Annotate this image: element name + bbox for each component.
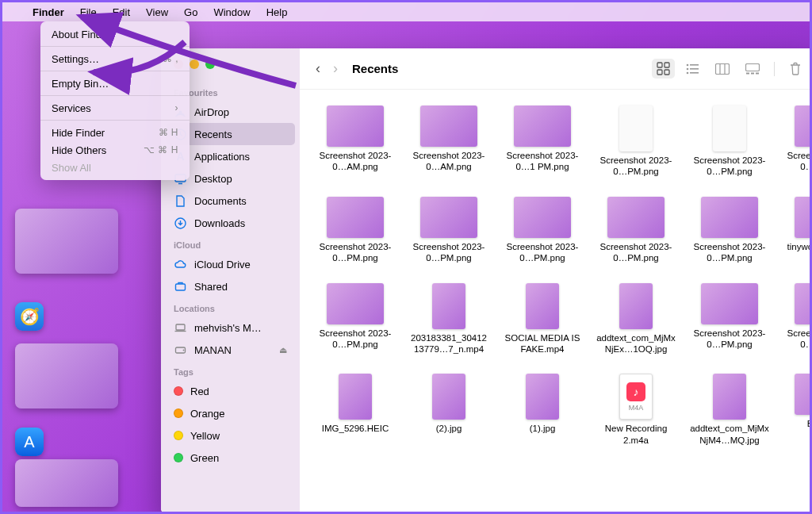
- laptop-icon: [174, 321, 187, 335]
- desktop-thumb[interactable]: [15, 459, 118, 507]
- file-name: tinywow_94_31…: [787, 241, 812, 252]
- sidebar-item-icloud-drive[interactable]: iCloud Drive: [166, 253, 295, 275]
- file-item[interactable]: tinywow_94_31…: [783, 197, 812, 264]
- file-item[interactable]: Screenshot 2023-0…1 PM.png: [503, 105, 582, 178]
- menu-app-name[interactable]: Finder: [25, 2, 72, 21]
- tag-dot-icon: [174, 431, 183, 440]
- minimize-button[interactable]: [190, 59, 199, 69]
- view-gallery-button[interactable]: [741, 60, 764, 78]
- nav-back-button[interactable]: ‹: [312, 60, 324, 77]
- file-name: Screenshot 2023-0…PM.png: [316, 328, 395, 351]
- file-item[interactable]: Screenshot 2023-0…PM.png: [316, 283, 395, 355]
- file-item[interactable]: Screenshot 2023-0…PM.png: [596, 105, 676, 178]
- file-item[interactable]: Screenshot 2023-0…PM.png: [783, 105, 812, 178]
- menu-empty-bin[interactable]: Empty Bin…: [40, 75, 190, 92]
- sidebar-item-label: mehvish's M…: [194, 322, 262, 334]
- file-item[interactable]: Screenshot 2023-0…AM.png: [409, 105, 488, 178]
- menu-go[interactable]: Go: [176, 2, 205, 21]
- file-name: Screenshot 2023-0…PM.png: [783, 328, 812, 351]
- desktop-thumb[interactable]: [15, 209, 118, 274]
- menu-hide-others[interactable]: Hide Others⌥ ⌘ H: [40, 141, 190, 159]
- fullscreen-button[interactable]: [205, 59, 215, 69]
- tag-dot-icon: [174, 453, 183, 462]
- file-thumbnail: [619, 105, 653, 152]
- sidebar-item-label: Red: [190, 386, 209, 397]
- finder-window: Favourites AirDropRecentsAApplicationsDe…: [161, 48, 812, 514]
- file-name: addtext_com_MjMxNjM4…MQ.jpg: [690, 423, 769, 446]
- file-item[interactable]: Screenshot 2023-0…AM.png: [316, 105, 395, 178]
- file-item[interactable]: Screenshot 2023-0…PM.png: [503, 197, 582, 264]
- nav-forward-button: ›: [330, 60, 341, 77]
- sidebar-item-manan[interactable]: MANAN⏏: [166, 339, 295, 361]
- menu-help[interactable]: Help: [259, 2, 296, 21]
- dock-appstore-icon[interactable]: A: [15, 428, 44, 456]
- eject-icon[interactable]: ⏏: [279, 345, 287, 355]
- sidebar-item-label: Downloads: [194, 217, 245, 229]
- file-grid[interactable]: Screenshot 2023-0…AM.pngScreenshot 2023-…: [300, 90, 812, 514]
- sidebar-item-mehvish-s-m-[interactable]: mehvish's M…: [166, 316, 295, 339]
- menu-show-all: Show All: [40, 159, 190, 176]
- desktop-thumb[interactable]: [15, 343, 118, 409]
- file-name: Screenshot 2023-0…PM.png: [409, 241, 488, 264]
- sidebar-tag-green[interactable]: Green: [166, 447, 295, 469]
- file-item[interactable]: SOCIAL MEDIA IS FAKE.mp4: [503, 283, 582, 355]
- svg-rect-18: [690, 72, 699, 74]
- file-item[interactable]: Screenshot 2023-0…PM.png: [783, 283, 812, 355]
- sidebar-tag-orange[interactable]: Orange: [166, 402, 295, 424]
- sidebar-tag-red[interactable]: Red: [166, 380, 295, 402]
- file-item[interactable]: Screenshot 2023-0…PM.png: [596, 197, 676, 264]
- sidebar-item-label: Desktop: [194, 173, 232, 185]
- menu-file[interactable]: File: [72, 2, 105, 21]
- trash-button[interactable]: [784, 59, 806, 79]
- file-thumbnail: [795, 105, 812, 147]
- file-item[interactable]: addtext_com_MjMxNjM4…MQ.jpg: [690, 374, 769, 446]
- file-item[interactable]: ♪M4ANew Recording 2.m4a: [596, 374, 676, 446]
- file-name: (2).jpg: [436, 423, 462, 434]
- file-item[interactable]: (1).jpg: [503, 374, 582, 446]
- view-icons-button[interactable]: [652, 59, 675, 79]
- menu-view[interactable]: View: [138, 2, 176, 21]
- file-name: New Recording 2.m4a: [596, 423, 676, 446]
- file-item[interactable]: Screenshot 2023-0…PM.png: [409, 197, 488, 264]
- view-list-button[interactable]: [681, 60, 704, 78]
- file-item[interactable]: Screenshot 2023-0…PM.png: [690, 283, 769, 355]
- disk-icon: [174, 343, 187, 357]
- file-item[interactable]: Screenshot 2023-0…PM.png: [690, 197, 769, 264]
- chevron-right-icon: ›: [175, 102, 179, 113]
- menu-services[interactable]: Services›: [40, 99, 190, 117]
- view-columns-button[interactable]: [710, 60, 734, 78]
- file-name: SOCIAL MEDIA IS FAKE.mp4: [503, 332, 582, 355]
- sidebar-tag-yellow[interactable]: Yellow: [166, 424, 295, 447]
- file-item[interactable]: addtext_com_MjMxNjEx…1OQ.jpg: [596, 283, 676, 355]
- menu-edit[interactable]: Edit: [105, 2, 138, 21]
- menu-settings[interactable]: Settings…⌘ ,: [40, 50, 190, 67]
- dock-safari-icon[interactable]: 🧭: [15, 302, 44, 331]
- sidebar-item-shared[interactable]: Shared: [166, 275, 295, 297]
- file-thumbnail: [607, 197, 665, 238]
- menu-bar: Finder File Edit View Go Window Help: [2, 2, 810, 21]
- menu-hide-finder[interactable]: Hide Finder⌘ H: [40, 124, 190, 141]
- file-item[interactable]: 203183381_3041213779…7_n.mp4: [409, 283, 488, 355]
- file-name: Screenshot 2023-0…PM.png: [596, 241, 676, 264]
- sidebar-head-locations: Locations: [166, 297, 300, 316]
- file-thumbnail: [526, 283, 559, 329]
- file-thumbnail: ♪M4A: [619, 374, 653, 420]
- tag-dot-icon: [174, 409, 183, 418]
- file-name: Screenshot 2023-0…PM.png: [316, 241, 395, 264]
- svg-rect-25: [756, 72, 759, 74]
- file-item[interactable]: (2).jpg: [409, 374, 488, 446]
- file-item[interactable]: Blank…: [783, 374, 812, 446]
- menu-about-finder[interactable]: About Finder: [40, 25, 190, 43]
- file-item[interactable]: IMG_5296.HEIC: [316, 374, 395, 446]
- file-item[interactable]: Screenshot 2023-0…PM.png: [690, 105, 769, 178]
- sidebar-head-icloud: iCloud: [166, 234, 300, 253]
- menu-window[interactable]: Window: [205, 2, 258, 21]
- sidebar-item-downloads[interactable]: Downloads: [166, 212, 295, 234]
- file-name: IMG_5296.HEIC: [322, 423, 389, 434]
- sidebar-item-label: AirDrop: [194, 106, 229, 118]
- svg-rect-9: [657, 63, 662, 67]
- sidebar-item-documents[interactable]: Documents: [166, 190, 295, 212]
- file-item[interactable]: Screenshot 2023-0…PM.png: [316, 197, 395, 264]
- svg-point-13: [687, 63, 689, 66]
- file-name: Screenshot 2023-0…AM.png: [409, 150, 488, 173]
